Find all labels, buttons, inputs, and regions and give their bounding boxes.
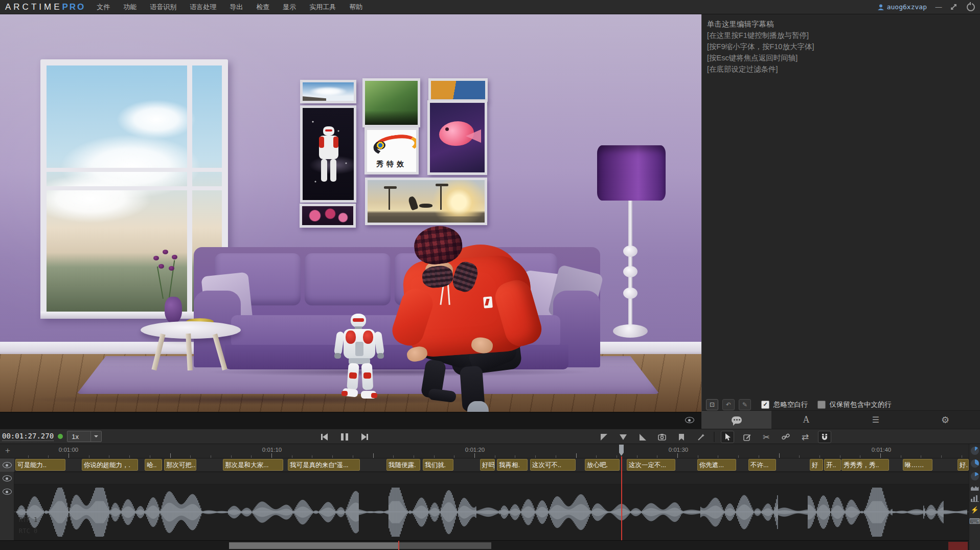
ruler-tick (576, 453, 577, 458)
undo-button[interactable]: ↶ (722, 399, 735, 410)
subtitle-block-11[interactable]: 放心吧. (585, 459, 620, 471)
ruler-tick (434, 455, 435, 458)
bar-chart-icon[interactable] (971, 495, 979, 502)
timeline-ruler[interactable]: 0:01:000:01:100:01:200:01:300:01:40 (0, 444, 980, 458)
floor-lamp (597, 145, 666, 201)
subtitle-block-1[interactable]: 你说的超能力，. (82, 459, 138, 471)
audio-track-eye-icon[interactable] (3, 489, 12, 495)
skip-to-end-button[interactable] (361, 433, 368, 441)
preview-eye-icon[interactable] (685, 417, 694, 423)
subtitle-block-13[interactable]: 你先遮... (697, 459, 736, 471)
track2-eye-icon[interactable] (3, 475, 12, 481)
speed-dropdown[interactable]: 1x (67, 431, 102, 442)
video-preview: 秀特效 (0, 14, 701, 412)
subtitle-block-4[interactable]: 那次是和大家... (223, 459, 283, 471)
add-track-button[interactable]: + (3, 446, 12, 455)
subtitle-track[interactable]: 可是能力..你说的超能力，.哈..那次可把...那次是和大家...我可是真的来自… (14, 458, 969, 472)
tab-subtitle-text[interactable] (702, 411, 771, 429)
menu-item-8[interactable]: 帮助 (349, 3, 362, 12)
user-account-button[interactable]: auog6xzvap (877, 3, 927, 11)
skip-to-start-button[interactable] (321, 433, 328, 441)
timecode-display[interactable]: 00:01:27.270 (2, 432, 54, 441)
subtitle-block-14[interactable]: 不许... (748, 459, 776, 471)
quick-create-end-button[interactable] (636, 431, 649, 443)
menu-item-4[interactable]: 导出 (230, 3, 243, 12)
menu-item-2[interactable]: 语音识别 (150, 3, 176, 12)
wall-frame-clouds (300, 80, 356, 103)
ignore-blank-checkbox[interactable]: ✓ (761, 401, 769, 409)
panel-tabs: A ☰ ⚙ (702, 410, 980, 429)
secondary-track[interactable] (14, 472, 969, 485)
subtitle-block-12[interactable]: 这次一定不... (627, 459, 675, 471)
ruler-tick (211, 455, 211, 458)
subtitle-block-6[interactable]: 我随便露. (386, 459, 420, 471)
quick-create-start-button[interactable] (597, 431, 610, 443)
subtitle-block-8[interactable]: 好吗 (480, 459, 495, 471)
subtitle-block-10[interactable]: 这次可不.. (530, 459, 576, 471)
keep-chinese-checkbox[interactable] (817, 401, 826, 409)
subtitle-block-19[interactable]: 好... (958, 459, 969, 471)
audio-waveform[interactable] (14, 485, 969, 540)
menu-item-6[interactable]: 显示 (283, 3, 296, 12)
menu-item-3[interactable]: 语言处理 (190, 3, 216, 12)
link-icon (782, 433, 790, 441)
subtitle-block-17[interactable]: 秀秀秀，秀.. (841, 459, 889, 471)
lightning-icon[interactable]: ⚡ (970, 507, 978, 513)
waveform-track[interactable]: RTF 1 RTC 0 (14, 485, 969, 540)
ruler-tick (799, 455, 800, 458)
subtitle-block-7[interactable]: 我们就. (423, 459, 453, 471)
subtitle-block-0[interactable]: 可是能力.. (15, 459, 65, 471)
pie-meter-icon-2[interactable] (971, 459, 979, 468)
power-icon[interactable] (967, 3, 975, 11)
tab-style[interactable]: A (771, 411, 841, 429)
bookmark-button[interactable] (675, 431, 688, 443)
magnet-snap-button[interactable] (818, 431, 831, 443)
ruler-tick (637, 455, 637, 458)
select-tool-button[interactable] (721, 431, 734, 443)
ruler-tick (170, 453, 171, 458)
subtitle-track-eye-icon[interactable] (3, 462, 12, 468)
pause-button[interactable] (341, 433, 348, 441)
minimize-button[interactable]: — (934, 3, 943, 11)
menu-item-1[interactable]: 功能 (123, 3, 136, 12)
edit-block-button[interactable] (740, 431, 754, 443)
scrollbar-thumb-right[interactable] (399, 542, 491, 549)
ruler-tick (28, 455, 29, 458)
resize-button[interactable] (950, 4, 960, 10)
pie-meter-icon-1[interactable] (971, 447, 979, 455)
subtitle-block-15[interactable]: 好 (810, 459, 823, 471)
keyboard-icon[interactable]: ⌨ (969, 518, 980, 524)
subtitle-block-2[interactable]: 哈.. (145, 459, 162, 471)
menu-item-0[interactable]: 文件 (97, 3, 110, 12)
faint-label-2: RTC 0 (19, 527, 37, 535)
scrollbar-thumb[interactable] (229, 542, 399, 549)
magic-wand-button[interactable] (694, 431, 708, 443)
font-icon: A (803, 414, 810, 425)
link-tool-button[interactable] (779, 431, 792, 443)
subtitle-block-18[interactable]: 咻…… (903, 459, 932, 471)
ruler-tick (48, 455, 49, 458)
ruler-tick (941, 455, 942, 458)
pie-meter-icon-3[interactable] (971, 472, 979, 480)
cut-tool-button[interactable]: ✂ (760, 431, 773, 443)
quick-create-down-button[interactable] (617, 431, 630, 443)
ruler-tick (880, 453, 881, 458)
menu-item-7[interactable]: 实用工具 (309, 3, 336, 12)
swap-tool-button[interactable]: ⇄ (799, 431, 812, 443)
edit-pencil-button[interactable]: ✎ (739, 399, 751, 410)
editor-placeholder-text[interactable]: 单击这里编辑字幕稿[在这里按F1键控制播放与暂停][按F9缩小字体，按F10放大… (707, 18, 976, 75)
tab-settings[interactable]: ⚙ (910, 411, 980, 429)
wall-frame-space-robot (300, 105, 356, 203)
snapshot-button[interactable] (655, 431, 669, 443)
tab-list[interactable]: ☰ (841, 411, 910, 429)
subtitle-block-3[interactable]: 那次可把... (164, 459, 196, 471)
insert-button[interactable]: ⊡ (706, 399, 718, 410)
area-chart-icon[interactable] (971, 485, 979, 491)
resize-icon (950, 4, 957, 10)
menu-item-5[interactable]: 检查 (256, 3, 269, 12)
subtitle-block-5[interactable]: 我可是真的来自“遥... (288, 459, 360, 471)
ruler-tick (698, 455, 698, 458)
subtitle-block-9[interactable]: 我再相. (497, 459, 528, 471)
subtitle-block-16[interactable]: 开.. (824, 459, 841, 471)
ruler-label-4: 0:01:40 (872, 447, 891, 453)
